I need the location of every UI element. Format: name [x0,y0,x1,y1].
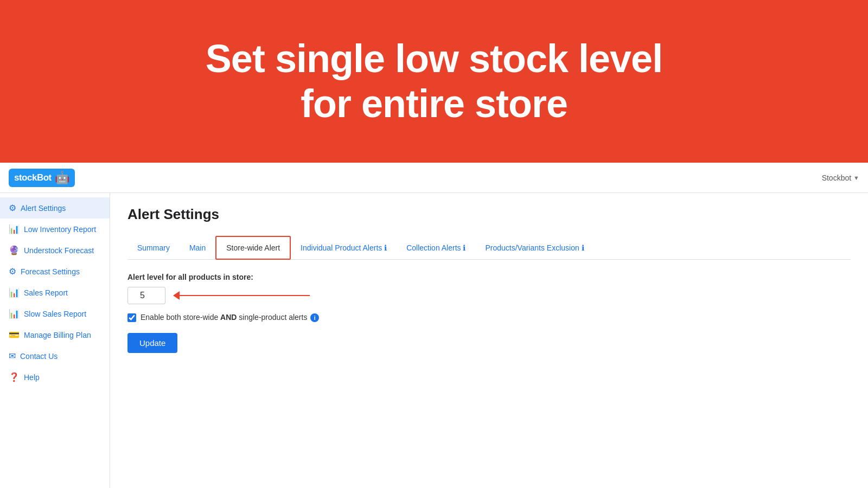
logo-text: stockBot [14,172,52,183]
sidebar-item-alert-settings[interactable]: ⚙ Alert Settings [0,197,110,219]
info-icon[interactable]: i [310,313,319,322]
sidebar-item-help[interactable]: ❓ Help [0,367,110,388]
layout: ⚙ Alert Settings 📊 Low Inventory Report … [0,193,868,488]
sidebar-item-forecast-settings[interactable]: ⚙ Forecast Settings [0,261,110,282]
help-icon: ❓ [9,372,20,382]
sidebar-item-low-inventory[interactable]: 📊 Low Inventory Report [0,219,110,240]
hero-line1: Set single low stock level [206,37,662,80]
form-section: Alert level for all products in store: E… [127,273,507,353]
settings-icon: ⚙ [9,266,16,277]
user-menu[interactable]: Stockbot ▼ [822,174,859,182]
sidebar-label-understock-forecast: Understock Forecast [24,246,94,255]
sidebar-label-low-inventory: Low Inventory Report [24,225,96,234]
arrow-indicator [173,291,310,300]
sidebar-label-help: Help [24,373,40,382]
sidebar-label-contact-us: Contact Us [20,352,58,361]
tab-main[interactable]: Main [180,237,215,259]
gear-icon: ⚙ [9,203,16,213]
forecast-icon: 🔮 [9,245,20,255]
alert-level-label: Alert level for all products in store: [127,273,507,281]
sidebar-item-contact-us[interactable]: ✉ Contact Us [0,345,110,367]
checkbox-row: Enable both store-wide AND single-produc… [127,313,507,322]
user-label: Stockbot [822,174,851,182]
input-arrow-row [127,287,507,304]
user-menu-chevron-icon: ▼ [853,175,859,181]
page-title: Alert Settings [127,206,851,223]
sidebar-label-alert-settings: Alert Settings [21,204,66,213]
sidebar: ⚙ Alert Settings 📊 Low Inventory Report … [0,193,110,488]
tab-store-wide-alert[interactable]: Store-wide Alert [215,236,291,260]
tabs-bar: Summary Main Store-wide Alert Individual… [127,236,851,260]
logo-box: stockBot 🤖 [9,169,75,187]
bar-chart-icon: 📊 [9,224,20,234]
sidebar-label-slow-sales: Slow Sales Report [24,310,86,318]
email-icon: ✉ [9,351,16,361]
sidebar-label-sales-report: Sales Report [24,288,68,297]
sidebar-item-manage-billing[interactable]: 💳 Manage Billing Plan [0,324,110,345]
arrow-line-body [180,295,310,296]
alert-level-input[interactable] [127,287,165,304]
tab-individual-product-alerts[interactable]: Individual Product Alerts ℹ [291,237,397,259]
sidebar-item-sales-report[interactable]: 📊 Sales Report [0,282,110,303]
main-content: Alert Settings Summary Main Store-wide A… [110,193,868,488]
sidebar-item-slow-sales[interactable]: 📊 Slow Sales Report [0,303,110,324]
enable-both-checkbox[interactable] [127,313,136,322]
sidebar-item-understock-forecast[interactable]: 🔮 Understock Forecast [0,240,110,261]
tab-summary[interactable]: Summary [127,237,180,259]
arrow-left-icon [173,291,180,300]
update-button[interactable]: Update [127,333,177,353]
tab-collection-alerts[interactable]: Collection Alerts ℹ [397,237,475,259]
sidebar-label-forecast-settings: Forecast Settings [21,267,80,276]
top-bar: stockBot 🤖 Stockbot ▼ [0,163,868,193]
hero-banner: Set single low stock level for entire st… [0,0,868,163]
tab-products-variants-exclusion[interactable]: Products/Variants Exclusion ℹ [475,237,593,259]
hero-text: Set single low stock level for entire st… [206,36,662,126]
hero-line2: for entire store [301,82,567,125]
sidebar-label-manage-billing: Manage Billing Plan [24,331,91,339]
logo-area: stockBot 🤖 [9,169,75,187]
sales-icon: 📊 [9,287,20,298]
slow-sales-icon: 📊 [9,309,20,319]
billing-icon: 💳 [9,330,20,340]
app-shell: stockBot 🤖 Stockbot ▼ ⚙ Alert Settings 📊… [0,163,868,488]
checkbox-label[interactable]: Enable both store-wide AND single-produc… [141,313,319,322]
logo-bot-icon: 🤖 [55,171,69,185]
